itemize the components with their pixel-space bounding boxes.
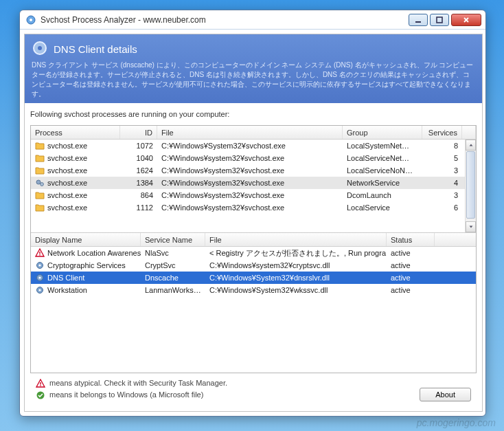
process-services: 8 [422, 142, 462, 150]
service-file: C:¥Windows¥system32¥cryptsvc.dll [205, 261, 387, 269]
service-status: active [387, 274, 435, 282]
gear-icon [35, 273, 45, 283]
scroll-up-button[interactable] [466, 140, 476, 151]
process-id: 864 [120, 191, 157, 199]
process-services: 5 [422, 154, 462, 162]
process-file: C:¥Windows¥system32¥svchost.exe [157, 166, 343, 175]
footer: means atypical. Check it with Security T… [30, 373, 477, 407]
process-group: LocalSystemNet… [343, 142, 422, 150]
running-message: Following svchost processes are running … [30, 110, 477, 118]
service-row[interactable]: WorkstationLanmanWorks…C:¥Windows¥System… [31, 284, 476, 296]
svg-rect-16 [40, 382, 41, 385]
titlebar[interactable]: Svchost Process Analyzer - www.neuber.co… [20, 10, 485, 30]
service-display-name: Cryptographic Services [47, 261, 126, 269]
service-row[interactable]: Cryptographic ServicesCryptSvcC:¥Windows… [31, 259, 476, 272]
service-display-name: Workstation [47, 286, 87, 294]
service-list[interactable]: Display Name Service Name File Status Ne… [31, 232, 476, 373]
process-services: 6 [422, 203, 462, 212]
col-servicefile[interactable]: File [205, 233, 387, 246]
col-services[interactable]: Services [422, 126, 462, 139]
service-file: < Registry アクセスが拒否されました。, Run progra… [205, 248, 387, 258]
folder-icon [35, 141, 45, 151]
service-status: active [387, 286, 435, 294]
svg-point-1 [30, 19, 32, 21]
process-scrollbar[interactable] [465, 140, 476, 232]
folder-icon [35, 190, 45, 200]
service-name: NlaSvc [141, 249, 205, 257]
process-id: 1072 [120, 142, 157, 150]
scroll-down-button[interactable] [466, 221, 476, 232]
process-services: 3 [422, 191, 462, 199]
svg-rect-8 [39, 252, 40, 254]
process-file: C:¥Windows¥system32¥svchost.exe [157, 191, 343, 199]
folder-icon [35, 153, 45, 163]
gears-icon [35, 178, 45, 188]
col-displayname[interactable]: Display Name [31, 233, 141, 246]
service-file: C:¥Windows¥System32¥dnsrslvr.dll [205, 274, 387, 282]
app-icon [25, 14, 36, 25]
col-file[interactable]: File [157, 126, 343, 139]
gear-icon [35, 261, 45, 270]
svg-point-13 [38, 276, 41, 278]
process-name: svchost.exe [47, 142, 87, 150]
process-name: svchost.exe [47, 203, 87, 212]
process-columns[interactable]: Process ID File Group Services [31, 126, 476, 140]
warn-icon [35, 248, 45, 258]
process-group: LocalServiceNoN… [343, 166, 422, 175]
maximize-button[interactable] [430, 14, 449, 26]
col-servicename[interactable]: Service Name [141, 233, 205, 246]
folder-icon [35, 203, 45, 212]
col-id[interactable]: ID [120, 126, 157, 139]
service-name: LanmanWorks… [141, 286, 205, 294]
warning-icon [36, 379, 45, 388]
details-title: DNS Client details [54, 43, 137, 55]
svg-rect-3 [437, 17, 442, 23]
service-columns[interactable]: Display Name Service Name File Status [31, 233, 476, 247]
process-id: 1040 [120, 154, 157, 162]
scroll-thumb[interactable] [466, 151, 475, 219]
process-id: 1624 [120, 166, 157, 175]
legend-atypical: means atypical. Check it with Security T… [49, 377, 227, 390]
gear-icon [35, 285, 45, 295]
process-name: svchost.exe [47, 166, 87, 175]
process-group: DcomLaunch [343, 191, 422, 199]
svg-point-5 [38, 46, 42, 50]
service-name: Dnscache [141, 274, 205, 282]
about-button[interactable]: About [420, 388, 471, 401]
process-file: C:¥Windows¥system32¥svchost.exe [157, 203, 343, 212]
process-id: 1384 [120, 179, 157, 187]
col-process[interactable]: Process [31, 126, 120, 139]
svg-rect-17 [40, 385, 41, 386]
window-title: Svchost Process Analyzer - www.neuber.co… [41, 15, 404, 25]
process-file: C:¥Windows¥System32¥svchost.exe [157, 142, 343, 150]
body: Following svchost processes are running … [25, 103, 482, 411]
service-row[interactable]: DNS ClientDnscacheC:¥Windows¥System32¥dn… [31, 272, 476, 284]
process-services: 4 [422, 179, 462, 187]
service-row[interactable]: Network Location AwarenessNlaSvc< Regist… [31, 247, 476, 259]
process-file: C:¥Windows¥system32¥svchost.exe [157, 179, 343, 187]
service-gear-icon [32, 40, 48, 58]
col-status[interactable]: Status [387, 233, 435, 246]
svg-rect-9 [39, 254, 40, 255]
process-row[interactable]: svchost.exe1040C:¥Windows¥system32¥svcho… [31, 152, 476, 164]
service-status: active [387, 261, 435, 269]
process-list[interactable]: Process ID File Group Services svchost.e… [31, 126, 476, 232]
process-row[interactable]: svchost.exe1072C:¥Windows¥System32¥svcho… [31, 140, 476, 152]
col-group[interactable]: Group [343, 126, 422, 139]
process-name: svchost.exe [47, 191, 87, 199]
minimize-button[interactable] [409, 14, 428, 26]
details-header: DNS Client details DNS クライアント サービス (dnsc… [25, 34, 482, 103]
process-row[interactable]: svchost.exe1112C:¥Windows¥system32¥svcho… [31, 201, 476, 214]
service-display-name: DNS Client [47, 274, 84, 282]
close-button[interactable] [451, 14, 481, 26]
window-buttons [409, 14, 481, 26]
svg-rect-2 [415, 21, 421, 23]
svg-point-7 [41, 183, 44, 186]
lists-frame: Process ID File Group Services svchost.e… [30, 125, 477, 373]
process-row[interactable]: svchost.exe1624C:¥Windows¥system32¥svcho… [31, 164, 476, 177]
process-row[interactable]: svchost.exe864C:¥Windows¥system32¥svchos… [31, 189, 476, 201]
legend: means atypical. Check it with Security T… [36, 377, 227, 401]
legend-microsoft: means it belongs to Windows (a Microsoft… [49, 389, 203, 401]
process-row[interactable]: svchost.exe1384C:¥Windows¥system32¥svcho… [31, 177, 476, 189]
service-display-name: Network Location Awareness [47, 249, 141, 257]
